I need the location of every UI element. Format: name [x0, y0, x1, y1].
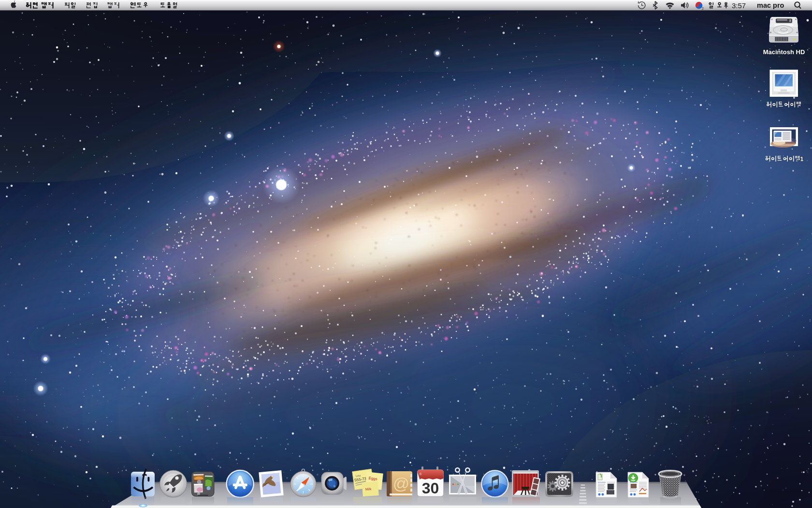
svg-text:Macintosh HD: Macintosh HD: [763, 48, 805, 56]
svg-text:2: 2: [702, 7, 704, 10]
svg-text:mac pro: mac pro: [757, 1, 784, 9]
svg-text:Milk: Milk: [365, 487, 372, 491]
svg-text:30: 30: [422, 479, 439, 497]
svg-text:3:57: 3:57: [732, 1, 746, 10]
svg-text:@: @: [393, 474, 410, 493]
svg-text:-1: -1: [798, 156, 803, 163]
svg-text:6: 6: [420, 472, 421, 476]
svg-text:Eggs: Eggs: [368, 476, 377, 481]
